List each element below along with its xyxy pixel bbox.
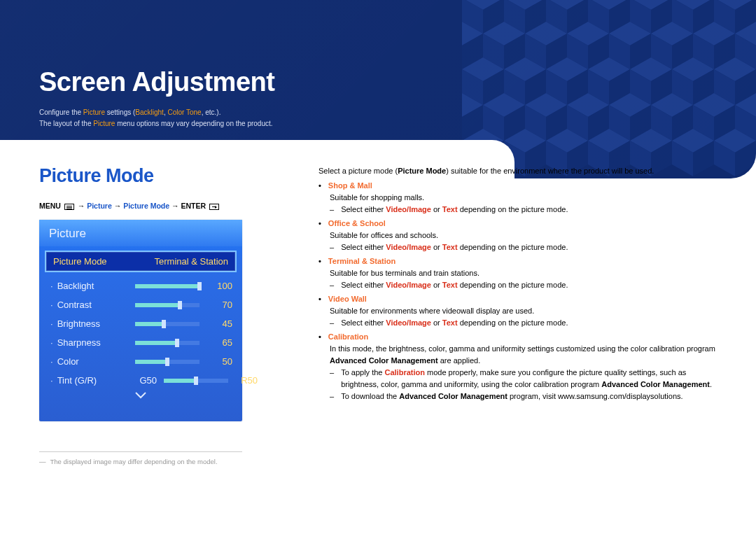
osd-row[interactable]: ·Color50 — [39, 352, 242, 371]
slider[interactable] — [135, 322, 200, 326]
osd-selected-row[interactable]: Picture Mode Terminal & Station — [45, 251, 237, 272]
osd-row-label: Contrast — [57, 300, 92, 310]
mode-name: Shop & Mall — [328, 180, 372, 192]
chevron-down-icon[interactable] — [39, 390, 242, 406]
page-title: Screen Adjustment — [39, 67, 274, 97]
osd-row-value: 45 — [207, 318, 232, 329]
slider[interactable] — [135, 284, 200, 288]
osd-row-label: Color — [57, 356, 79, 367]
mode-name: Calibration — [328, 331, 368, 343]
osd-row-label: Sharpness — [57, 337, 101, 348]
osd-row-value: 70 — [207, 300, 232, 310]
breadcrumb: MENU → Picture → Picture Mode → ENTER — [39, 202, 220, 210]
mode-name: Video Wall — [328, 293, 367, 305]
slider[interactable] — [164, 379, 228, 383]
osd-row-value: 65 — [207, 337, 232, 348]
osd-row-label: Brightness — [57, 318, 100, 329]
mode-desc: In this mode, the brightness, color, gam… — [318, 343, 724, 367]
osd-row[interactable]: ·Brightness45 — [39, 314, 242, 333]
section-title: Picture Mode — [39, 165, 154, 187]
divider — [39, 451, 242, 452]
osd-row-label: Backlight — [57, 281, 94, 291]
osd-row-value: 50 — [207, 356, 232, 367]
osd-selected-label: Picture Mode — [53, 256, 107, 267]
content-body: Select a picture mode (Picture Mode) sui… — [318, 165, 724, 402]
osd-row[interactable]: ·Backlight100 — [39, 276, 242, 295]
osd-row[interactable]: ·Sharpness65 — [39, 333, 242, 352]
osd-row-tint[interactable]: ·Tint (G/R) G50 R50 — [39, 371, 242, 390]
mode-desc: Suitable for environments where videowal… — [318, 305, 724, 317]
osd-row[interactable]: ·Contrast70 — [39, 295, 242, 314]
enter-icon — [209, 204, 219, 210]
mode-name: Office & School — [328, 218, 386, 230]
osd-panel-title: Picture — [39, 220, 242, 246]
footnote: ―The displayed image may differ dependin… — [39, 458, 218, 465]
mode-desc: Suitable for offices and schools. — [318, 230, 724, 241]
slider[interactable] — [135, 360, 200, 364]
page-intro: Configure the Picture settings (Backligh… — [39, 107, 273, 129]
banner-pattern — [462, 0, 756, 178]
mode-name: Terminal & Station — [328, 255, 396, 267]
menu-icon — [64, 204, 74, 210]
osd-selected-value: Terminal & Station — [155, 256, 229, 267]
slider[interactable] — [135, 303, 200, 307]
osd-row-value: 100 — [207, 281, 232, 291]
mode-desc: Suitable for bus terminals and train sta… — [318, 267, 724, 279]
slider[interactable] — [135, 341, 200, 345]
mode-desc: Suitable for shopping malls. — [318, 192, 724, 204]
osd-panel: Picture Picture Mode Terminal & Station … — [39, 220, 242, 421]
